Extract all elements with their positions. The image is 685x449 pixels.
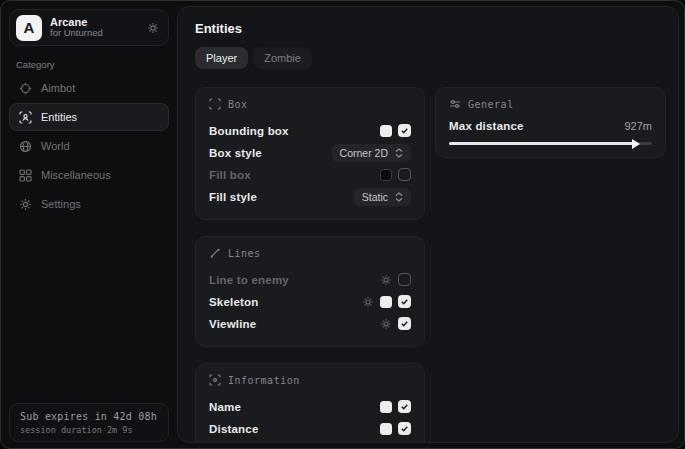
brand-card: A Arcane for Unturned [9,9,169,46]
checkbox-checked[interactable] [398,124,411,137]
fill-style-select[interactable]: Static [354,188,411,206]
gear-icon [19,198,32,211]
row-gear-icon[interactable] [380,274,392,286]
sidebar-item-label: World [41,140,70,152]
setting-label: Distance [209,423,259,435]
sidebar-item-entities[interactable]: Entities [9,103,169,131]
color-swatch[interactable] [380,125,392,137]
information-card-title: Information [228,375,300,386]
tab-group: Player Zombie [195,47,666,69]
box-style-select[interactable]: Corner 2D [332,144,411,162]
info-scan-icon [209,374,221,386]
setting-label: Viewline [209,318,256,330]
setting-row-bounding-box: Bounding box [209,120,411,141]
box-card-title: Box [228,99,248,110]
row-gear-icon[interactable] [362,296,374,308]
category-label: Category [16,59,169,70]
setting-row-box-style: Box style Corner 2D [209,142,411,163]
sidebar-item-aimbot[interactable]: Aimbot [9,74,169,102]
sidebar-item-label: Aimbot [41,82,75,94]
crosshair-icon [19,82,32,95]
brand-text: Arcane for Unturned [50,16,139,40]
sidebar-item-miscellaneous[interactable]: Miscellaneous [9,161,169,189]
setting-label: Bounding box [209,125,289,137]
diagonal-line-icon [209,247,221,259]
fill-style-select-value: Static [362,191,388,203]
brand-settings-icon[interactable] [147,22,159,34]
sidebar: A Arcane for Unturned Category Aimbot [1,1,177,448]
setting-label: Box style [209,147,262,159]
setting-label: Max distance [449,120,524,132]
checkbox-unchecked[interactable] [398,168,411,181]
entities-icon [19,111,32,124]
subscription-info-card: Sub expires in 42d 08h session duration … [9,403,169,442]
sidebar-item-label: Entities [41,111,77,123]
color-swatch[interactable] [380,401,392,413]
color-swatch[interactable] [380,296,392,308]
box-card: Box Bounding box Box style [195,87,425,220]
general-card-title: General [468,99,514,110]
slider-fill [449,142,637,145]
app-window: A Arcane for Unturned Category Aimbot [0,0,685,449]
setting-row-name: Name [209,396,411,417]
page-title: Entities [195,21,666,36]
checkbox-checked[interactable] [398,317,411,330]
sidebar-item-label: Miscellaneous [41,169,111,181]
setting-row-line-to-enemy: Line to enemy [209,269,411,290]
color-swatch[interactable] [380,169,392,181]
setting-row-fill-box: Fill box [209,164,411,185]
setting-row-distance: Distance [209,418,411,439]
sliders-icon [449,98,461,110]
setting-label: Fill box [209,169,251,181]
left-column: Box Bounding box Box style [195,87,425,443]
app-subtitle: for Unturned [50,28,139,39]
general-card: General Max distance 927m [435,87,666,158]
checkbox-unchecked[interactable] [398,273,411,286]
checkbox-checked[interactable] [398,422,411,435]
lines-card-title: Lines [228,248,261,259]
checkbox-checked[interactable] [398,400,411,413]
sidebar-item-settings[interactable]: Settings [9,190,169,218]
max-distance-value: 927m [624,120,652,132]
setting-row-fill-style: Fill style Static [209,186,411,207]
content-area: Box Bounding box Box style [195,87,666,443]
session-duration-text: session duration 2m 9s [20,425,158,435]
globe-icon [19,140,32,153]
grid-icon [19,169,32,182]
setting-label: Line to enemy [209,274,289,286]
checkbox-checked[interactable] [398,295,411,308]
setting-row-skeleton: Skeleton [209,291,411,312]
setting-label: Name [209,401,241,413]
lines-card: Lines Line to enemy [195,236,425,347]
tab-player[interactable]: Player [195,47,248,69]
setting-label: Fill style [209,191,257,203]
sub-expiry-text: Sub expires in 42d 08h [20,411,158,422]
box-card-header: Box [209,98,411,110]
sidebar-item-label: Settings [41,198,81,210]
lines-card-header: Lines [209,247,411,259]
unfold-icon [395,192,403,202]
setting-row-max-distance: Max distance 927m [449,120,652,132]
tab-zombie[interactable]: Zombie [253,47,312,69]
row-gear-icon[interactable] [380,318,392,330]
app-logo: A [16,15,42,41]
color-swatch[interactable] [380,423,392,435]
information-card: Information Name Distance [195,363,425,443]
box-style-select-value: Corner 2D [340,147,388,159]
slider-thumb[interactable] [632,139,640,149]
information-card-header: Information [209,374,411,386]
general-card-header: General [449,98,652,110]
main-panel: Entities Player Zombie Box [177,6,679,443]
right-column: General Max distance 927m [435,87,666,158]
unfold-icon [395,148,403,158]
setting-label: Skeleton [209,296,259,308]
sidebar-item-world[interactable]: World [9,132,169,160]
box-frame-icon [209,98,221,110]
max-distance-slider[interactable] [449,142,652,145]
setting-row-viewline: Viewline [209,313,411,334]
